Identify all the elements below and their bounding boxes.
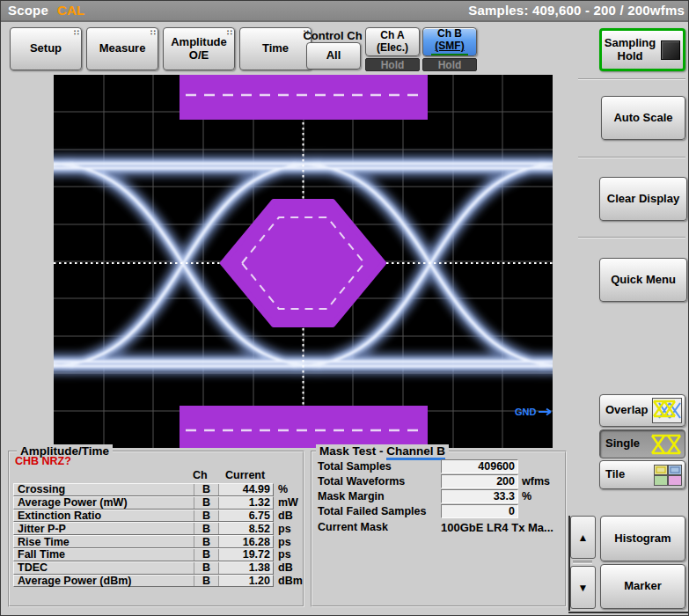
arrow-up-icon: ▲ [578, 532, 589, 544]
auto-scale-label: Auto Scale [613, 112, 672, 125]
sampling-hold-button[interactable]: Sampling Hold [599, 28, 685, 71]
tile-grid-icon [654, 465, 682, 490]
channel-a-hold-button[interactable]: Hold [365, 58, 420, 71]
menu-scroll-control: ▲ ▼ [570, 516, 596, 609]
table-row[interactable]: Average Power (mW) B 1.32 mW [13, 496, 274, 510]
tile-view-button[interactable]: Tile [599, 460, 685, 489]
control-ch-label: Control Ch [300, 29, 365, 42]
current-mask-value[interactable]: 100GbE LR4 Tx Ma... [441, 521, 553, 535]
setup-button-label: Setup [30, 42, 62, 55]
mask-row-value: 33.3 [441, 489, 518, 503]
measurement-table: Crossing B 44.99 % Average Power (mW) B … [13, 483, 275, 587]
channel-b-button[interactable]: Ch B (SMF) [422, 27, 477, 56]
gnd-marker: GND [515, 407, 551, 417]
time-button-label: Time [262, 42, 289, 55]
measure-button[interactable]: Measure ∷ [86, 27, 158, 70]
measurement-value: 44.99 [218, 484, 273, 495]
setup-button[interactable]: Setup ∷ [10, 27, 82, 70]
quick-menu-button[interactable]: Quick Menu [599, 258, 687, 302]
control-ch-all-button[interactable]: All [306, 42, 361, 70]
mask-row-value: 0 [441, 504, 518, 518]
table-row[interactable]: Jitter P-P B 8.52 ps [13, 522, 274, 535]
measurement-label: Fall Time [14, 548, 194, 561]
single-view-button[interactable]: Single [599, 429, 685, 458]
table-row[interactable]: Crossing B 44.99 % [13, 483, 274, 496]
app-title: Scope [8, 3, 48, 18]
mask-row-label: Mask Margin [318, 490, 385, 504]
drag-dots-icon: ∷ [150, 28, 155, 37]
measurement-unit: % [278, 483, 288, 495]
tile-label: Tile [605, 468, 625, 481]
table-row[interactable]: Average Power (dBm) B 1.20 dBm [13, 575, 274, 588]
table-row[interactable]: Extinction Ratio B 6.75 dB [13, 510, 274, 523]
mask-bottom-region [180, 406, 428, 448]
measurement-channel: B [194, 523, 218, 534]
measurement-channel: B [194, 562, 218, 574]
clear-display-label: Clear Display [607, 193, 679, 206]
marker-label: Marker [624, 580, 662, 593]
marker-button[interactable]: Marker [600, 564, 685, 609]
channel-a-hold-label: Hold [381, 59, 405, 71]
mask-test-panel-title: Mask Test - Channel B [316, 444, 449, 458]
mask-row-value: 200 [441, 474, 518, 488]
amplitude-oe-button[interactable]: Amplitude O/E ∷ [163, 27, 235, 70]
divider [578, 78, 685, 80]
amplitude-oe-line1: Amplitude [171, 36, 227, 49]
channel-b-active-indicator [431, 54, 468, 55]
quick-menu-label: Quick Menu [611, 274, 676, 287]
measurement-unit: ps [278, 536, 291, 548]
measurement-label: TDEC [14, 561, 194, 574]
measurement-channel: B [194, 549, 218, 561]
scroll-up-button[interactable]: ▲ [570, 516, 596, 559]
overlap-label: Overlap [605, 404, 648, 417]
nrz-warning: CHB NRZ? [15, 455, 71, 467]
divider [578, 157, 685, 158]
measurement-label: Extinction Ratio [14, 510, 194, 522]
control-ch-all-label: All [326, 49, 341, 62]
measurement-label: Average Power (mW) [14, 496, 194, 509]
auto-scale-button[interactable]: Auto Scale [601, 96, 685, 140]
measurement-label: Rise Time [14, 536, 194, 548]
title-bar: Scope CAL Samples: 409,600 - 200 / 200wf… [1, 1, 689, 22]
current-mask-label: Current Mask [318, 521, 388, 535]
mask-top-region [180, 75, 428, 120]
measurement-value: 16.28 [218, 536, 273, 547]
measurement-label: Jitter P-P [14, 523, 194, 535]
overlap-eyes-icon [652, 398, 682, 427]
mask-test-title-prefix: Mask Test - [319, 444, 386, 458]
measurement-unit: mW [278, 496, 298, 509]
col-header-ch: Ch [193, 469, 208, 481]
drag-dots-icon: ∷ [74, 28, 78, 37]
overlap-view-button[interactable]: Overlap [599, 394, 685, 427]
measurement-label: Average Power (dBm) [14, 575, 194, 587]
mask-row-label: Total Failed Samples [318, 505, 426, 519]
clear-display-button[interactable]: Clear Display [599, 177, 687, 221]
oscilloscope-screen: Scope CAL Samples: 409,600 - 200 / 200wf… [0, 0, 689, 616]
histogram-button[interactable]: Histogram [600, 516, 685, 561]
channel-b-hold-button[interactable]: Hold [422, 58, 477, 71]
waveform-display[interactable]: GND [54, 75, 553, 448]
table-row[interactable]: TDEC B 1.38 dB [13, 561, 274, 575]
table-row[interactable]: Rise Time B 16.28 ps [13, 535, 274, 548]
table-row[interactable]: Fall Time B 19.72 ps [13, 548, 274, 561]
measurement-value: 1.38 [218, 562, 273, 574]
channel-a-line2: (Elec.) [377, 42, 408, 55]
channel-b-hold-label: Hold [438, 59, 462, 71]
mask-row-unit: wfms [522, 475, 550, 488]
mask-row-label: Total Waveforms [318, 475, 405, 489]
amplitude-time-panel: Amplitude/Time CHB NRZ? Ch Current Cross… [8, 451, 304, 607]
sampling-hold-indicator [661, 40, 680, 60]
mask-test-panel: Mask Test - Channel B Total Samples 4096… [311, 451, 567, 607]
measurement-unit: dBm [278, 575, 303, 587]
measurement-value: 8.52 [218, 523, 273, 534]
measurement-unit: ps [278, 523, 291, 535]
measurement-channel: B [194, 497, 218, 509]
measurement-label: Crossing [14, 483, 194, 495]
col-header-current: Current [225, 469, 265, 481]
mask-test-title-channel[interactable]: Channel B [386, 444, 445, 460]
sampling-hold-label: Sampling Hold [605, 37, 656, 63]
arrow-down-icon: ▼ [578, 582, 589, 594]
channel-a-button[interactable]: Ch A (Elec.) [365, 27, 420, 56]
scroll-down-button[interactable]: ▼ [570, 566, 596, 609]
measurement-unit: ps [278, 548, 291, 561]
